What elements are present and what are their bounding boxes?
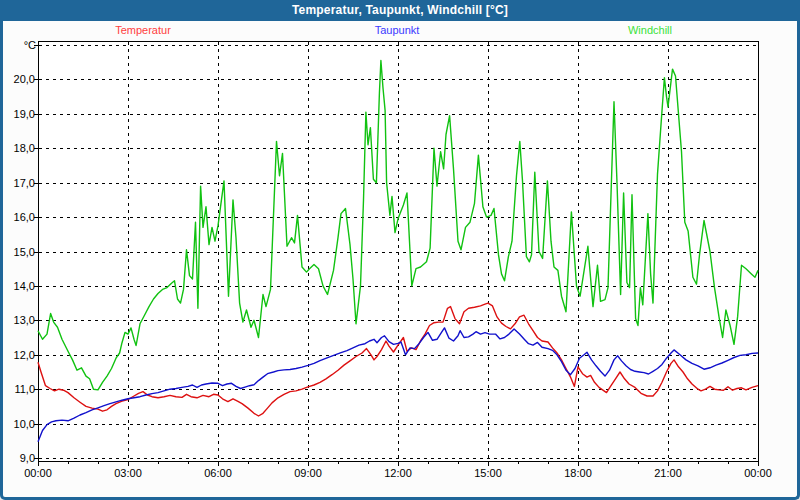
x-axis-labels: 00:0015.11.2503:0015.11.2506:0015.11.250… [17,467,779,479]
plot-border [39,42,759,462]
x-tick-time: 06:00 [204,467,232,479]
chart-canvas: 20,019,018,017,016,015,014,013,012,011,0… [0,0,800,479]
y-tick-label: 19,0 [14,108,35,120]
y-tick-label: 9,0 [20,452,35,464]
y-tick-label: 14,0 [14,280,35,292]
y-tick-label: 15,0 [14,246,35,258]
x-tick-time: 00:00 [24,467,52,479]
x-tick-time: 09:00 [294,467,322,479]
x-tick-time: 12:00 [384,467,412,479]
x-tick-time: 00:00 [744,467,772,479]
y-axis-labels: 20,019,018,017,016,015,014,013,012,011,0… [14,39,36,464]
window: Temperatur, Taupunkt, Windchill [°C] Tem… [0,0,800,500]
y-tick-label: 18,0 [14,142,35,154]
x-tick-time: 03:00 [114,467,142,479]
y-tick-label: 20,0 [14,73,35,85]
y-tick-label: 17,0 [14,177,35,189]
y-axis-unit: °C [24,39,36,51]
y-tick-label: 10,0 [14,418,35,430]
x-tick-time: 15:00 [474,467,502,479]
x-tick-time: 21:00 [654,467,682,479]
y-tick-label: 13,0 [14,314,35,326]
x-tick-time: 18:00 [564,467,592,479]
y-tick-label: 11,0 [14,383,35,395]
y-tick-label: 16,0 [14,211,35,223]
y-tick-label: 12,0 [14,349,35,361]
